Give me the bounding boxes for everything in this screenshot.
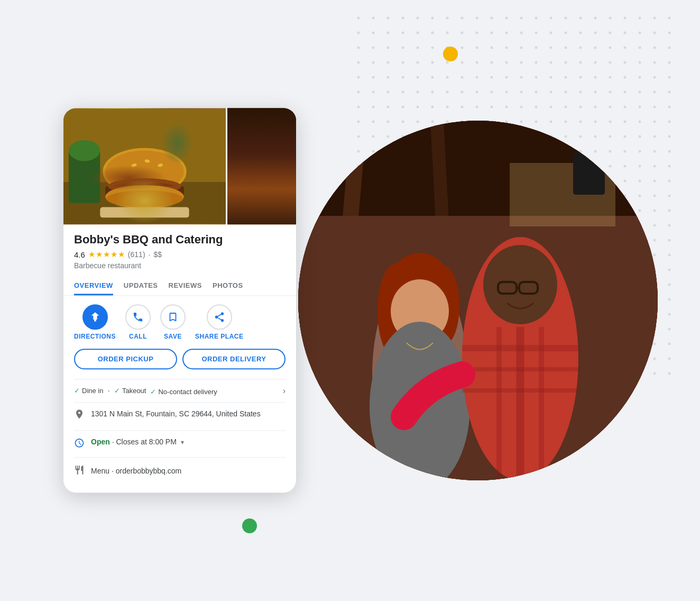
menu-row: Menu · orderbobbybbq.com (74, 458, 285, 485)
call-icon (132, 312, 144, 323)
amenity-sep-1: · (107, 386, 109, 396)
call-circle (125, 305, 151, 330)
svg-point-37 (105, 185, 184, 208)
svg-rect-49 (235, 144, 288, 148)
star-half: ★ (118, 250, 125, 260)
restaurant-name: Bobby's BBQ and Catering (74, 233, 285, 247)
address-text: 1301 N Main St, Fountain, SC 29644, Unit… (91, 409, 261, 420)
svg-rect-52 (235, 169, 288, 179)
svg-rect-51 (235, 157, 288, 161)
photo-inner (298, 121, 658, 480)
svg-point-30 (131, 163, 137, 168)
share-button[interactable]: SHARE PLACE (195, 305, 244, 341)
order-delivery-button[interactable]: ORDER DELIVERY (182, 349, 285, 370)
call-button[interactable]: CALL (125, 305, 151, 341)
svg-rect-54 (238, 190, 251, 194)
photos-row: Bobby's (63, 108, 296, 224)
category: Barbecue restaurant (74, 262, 285, 270)
svg-rect-55 (254, 192, 266, 202)
star-2: ★ (96, 250, 103, 260)
svg-rect-8 (573, 152, 605, 195)
star-1: ★ (88, 250, 95, 260)
save-label: SAVE (164, 333, 182, 341)
hours-row[interactable]: Open · Closes at 8:00 PM ▾ (74, 431, 285, 458)
svg-rect-42 (227, 108, 296, 224)
save-circle (160, 305, 186, 330)
svg-rect-56 (254, 190, 266, 194)
actions-row: DIRECTIONS CALL (74, 305, 285, 341)
clock-icon (74, 438, 85, 451)
amenities-row[interactable]: ✓ Dine in · ✓ Takeout ✓ No-contact deliv… (74, 379, 285, 403)
svg-rect-44 (235, 119, 288, 128)
directions-button[interactable]: DIRECTIONS (74, 305, 116, 341)
order-pickup-button[interactable]: ORDER PICKUP (74, 349, 177, 370)
svg-point-41 (69, 140, 100, 161)
svg-point-28 (103, 148, 186, 195)
tab-photos[interactable]: PHOTOS (213, 278, 243, 296)
directions-icon (89, 312, 101, 323)
svg-point-36 (108, 178, 181, 194)
tab-overview[interactable]: OVERVIEW (74, 278, 113, 296)
share-icon (214, 312, 225, 323)
open-label: Open (91, 438, 110, 447)
save-button[interactable]: SAVE (160, 305, 186, 341)
svg-rect-40 (69, 151, 100, 203)
call-label: CALL (129, 333, 147, 341)
orange-dot (443, 47, 458, 61)
order-row: ORDER PICKUP ORDER DELIVERY (74, 349, 285, 370)
rating-row: 4.6 ★ ★ ★ ★ ★ (611) · $$ (74, 250, 285, 260)
clock-icon-svg (74, 438, 85, 449)
location-icon (74, 410, 85, 424)
svg-point-29 (105, 151, 184, 193)
svg-point-32 (158, 163, 163, 167)
amenity-no-contact: No-contact delivery (158, 388, 217, 396)
tab-updates[interactable]: UPDATES (124, 278, 158, 296)
svg-point-33 (108, 182, 134, 190)
svg-rect-50 (235, 157, 288, 166)
directions-circle (82, 305, 108, 330)
price-level: · (149, 251, 151, 259)
star-4: ★ (110, 250, 117, 260)
amenities-chevron[interactable]: › (283, 386, 285, 396)
photo-left (63, 108, 226, 224)
check-icon-2: ✓ (114, 387, 120, 395)
amenity-dine-in: Dine in (82, 387, 103, 395)
photo-right: Bobby's (227, 108, 296, 224)
svg-rect-61 (94, 320, 96, 322)
page-container: Bobby's Bobby's BBQ and Catering 4.6 ★ ★… (0, 0, 700, 601)
burger-photo-svg (63, 108, 226, 224)
share-label: SHARE PLACE (195, 333, 244, 341)
stars-container: ★ ★ ★ ★ ★ (88, 250, 125, 260)
tab-reviews[interactable]: REVIEWS (169, 278, 202, 296)
amenity-takeout: Takeout (122, 387, 146, 395)
bbq-photo-svg: Bobby's (227, 108, 296, 224)
svg-rect-47 (235, 131, 288, 135)
hours-dropdown-arrow[interactable]: ▾ (181, 439, 184, 447)
svg-rect-26 (63, 108, 226, 224)
svg-rect-45 (235, 119, 288, 123)
share-circle (207, 305, 232, 330)
hours-text: Open · Closes at 8:00 PM ▾ (91, 438, 184, 448)
svg-point-38 (106, 190, 183, 207)
svg-rect-53 (238, 192, 251, 202)
card-content: Bobby's BBQ and Catering 4.6 ★ ★ ★ ★ ★ (… (63, 224, 296, 493)
svg-rect-39 (100, 207, 189, 218)
price-level-value: $$ (153, 251, 162, 259)
check-icon-1: ✓ (74, 387, 80, 395)
check-icon-3: ✓ (150, 388, 156, 396)
svg-rect-48 (235, 144, 288, 153)
address-row: 1301 N Main St, Fountain, SC 29644, Unit… (74, 403, 285, 431)
menu-sep: · (112, 467, 116, 475)
svg-rect-27 (63, 182, 226, 224)
svg-rect-58 (270, 190, 282, 194)
reviews-count: (611) (128, 251, 145, 259)
green-dot (242, 518, 257, 533)
circle-photo (298, 121, 658, 480)
menu-label: Menu (91, 467, 109, 475)
svg-text:Bobby's: Bobby's (254, 212, 270, 217)
photo-svg (298, 121, 658, 480)
tabs-row: OVERVIEW UPDATES REVIEWS PHOTOS (63, 278, 296, 296)
svg-point-31 (144, 159, 150, 163)
svg-rect-57 (270, 192, 282, 202)
star-3: ★ (103, 250, 110, 260)
